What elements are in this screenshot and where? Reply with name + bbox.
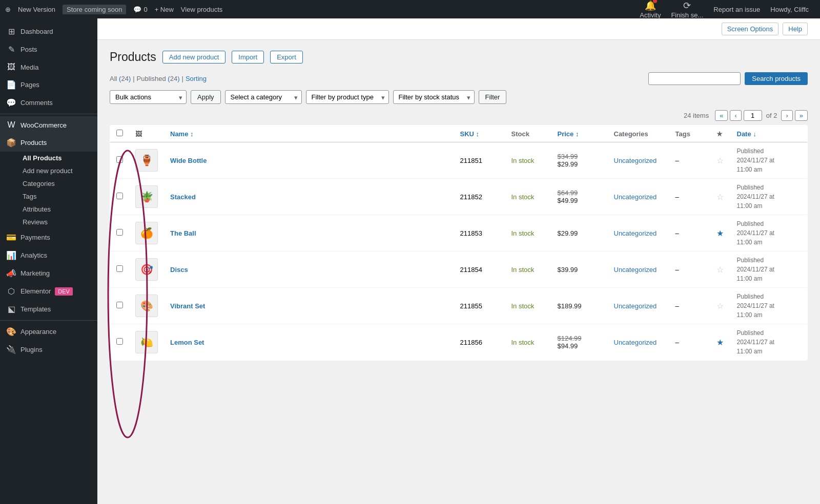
help-button[interactable]: Help [783,23,808,35]
product-name-link[interactable]: Discs [170,266,188,274]
add-new-product-button[interactable]: Add new product [162,51,226,64]
search-input[interactable] [648,72,741,85]
product-tags: – [675,193,679,201]
screen-options-button[interactable]: Screen Options [722,23,779,35]
sku-header[interactable]: SKU ↕ [454,125,505,142]
select-all-checkbox[interactable] [116,130,123,136]
sidebar-item-payments[interactable]: 💳 Payments [0,228,97,246]
next-page-button[interactable]: › [781,110,792,121]
product-image[interactable]: 🍋 [135,331,158,353]
star-filled-icon[interactable]: ★ [716,338,724,347]
table-row: 🍋 Lemon Set 211856 In stock $124.99$94.9… [110,324,808,361]
sidebar-item-comments[interactable]: 💬 Comments [0,94,97,112]
site-name-link[interactable]: New Version [18,6,55,13]
product-featured-cell[interactable]: ☆ [710,142,731,179]
sidebar-item-products[interactable]: 📦 Products [0,134,97,152]
report-issue-link[interactable]: Report an issue [713,6,760,13]
category-link[interactable]: Uncategorized [614,339,657,346]
category-link[interactable]: Uncategorized [614,266,657,274]
current-page-input[interactable] [744,110,762,121]
star-filled-icon[interactable]: ★ [716,229,724,238]
sidebar-sub-add-new[interactable]: Add new product [18,164,97,177]
product-image[interactable]: 🪴 [135,185,158,208]
row-checkbox[interactable] [116,156,123,163]
bulk-actions-wrap: Bulk actions [110,90,187,104]
finish-setup-button[interactable]: ⟳ Finish se... [671,0,703,19]
product-image[interactable]: 🍊 [135,222,158,244]
row-checkbox[interactable] [116,229,123,236]
sidebar-item-marketing[interactable]: 📣 Marketing [0,264,97,282]
row-checkbox[interactable] [116,302,123,308]
sidebar-analytics-label: Analytics [20,251,47,259]
all-status-link[interactable]: All (24) [110,75,131,82]
product-image[interactable]: 🎨 [135,295,158,317]
product-name-link[interactable]: Stacked [170,193,196,201]
search-row: Search products [648,72,808,85]
product-name-link[interactable]: Wide Bottle [170,157,207,164]
star-empty-icon[interactable]: ☆ [716,302,724,310]
product-featured-cell[interactable]: ★ [710,324,731,361]
product-featured-cell[interactable]: ☆ [710,179,731,215]
product-featured-cell[interactable]: ☆ [710,251,731,288]
category-select[interactable]: Select a category [225,90,302,104]
row-checkbox[interactable] [116,265,123,272]
product-price-cell: $39.99 [551,251,608,288]
star-empty-icon[interactable]: ☆ [716,156,724,165]
view-products-link[interactable]: View products [181,6,222,13]
row-checkbox[interactable] [116,193,123,199]
search-products-button[interactable]: Search products [745,72,808,85]
sidebar-item-appearance[interactable]: 🎨 Appearance [0,323,97,341]
sidebar-sub-all-products[interactable]: All Products [18,152,97,164]
star-empty-icon[interactable]: ☆ [716,193,724,201]
first-page-button[interactable]: « [715,110,728,121]
category-link[interactable]: Uncategorized [614,302,657,310]
product-featured-cell[interactable]: ★ [710,215,731,251]
bulk-actions-select[interactable]: Bulk actions [110,90,187,104]
published-status-link[interactable]: Published (24) [137,75,180,82]
comment-icon[interactable]: 💬 0 [133,6,147,13]
sidebar-item-dashboard[interactable]: ⊞ Dashboard [0,23,97,40]
filter-button[interactable]: Filter [479,90,507,104]
row-checkbox[interactable] [116,338,123,345]
export-button[interactable]: Export [270,51,303,64]
sidebar-item-analytics[interactable]: 📊 Analytics [0,246,97,264]
sidebar-item-templates[interactable]: ⬕ Templates [0,300,97,318]
sidebar-sub-tags[interactable]: Tags [18,190,97,203]
stock-status-select[interactable]: Filter by stock status [393,90,475,104]
wp-logo-icon[interactable]: ⊕ [5,6,11,13]
product-category-cell: Uncategorized [608,179,669,215]
product-image-cell: 🪴 [129,179,164,215]
categories-header: Categories [608,125,669,142]
sidebar-item-pages[interactable]: 📄 Pages [0,76,97,94]
last-page-button[interactable]: » [795,110,808,121]
product-name-link[interactable]: Lemon Set [170,339,204,346]
category-link[interactable]: Uncategorized [614,193,657,201]
star-empty-icon[interactable]: ☆ [716,265,724,274]
sorting-link[interactable]: Sorting [186,75,207,82]
posts-icon: ✎ [6,45,16,54]
category-link[interactable]: Uncategorized [614,157,657,164]
sidebar-item-media[interactable]: 🖼 Media [0,58,97,76]
sidebar-item-plugins[interactable]: 🔌 Plugins [0,341,97,359]
sidebar-item-elementor[interactable]: ⬡ Elementor DEV [0,282,97,300]
sidebar-sub-reviews[interactable]: Reviews [18,216,97,228]
apply-button[interactable]: Apply [191,90,221,104]
price-header[interactable]: Price ↕ [551,125,608,142]
import-button[interactable]: Import [232,51,264,64]
new-link[interactable]: + New [155,6,174,13]
prev-page-button[interactable]: ‹ [730,110,741,121]
name-header[interactable]: Name ↕ [164,125,454,142]
product-image[interactable]: 🏺 [135,149,158,172]
sidebar-sub-categories[interactable]: Categories [18,177,97,190]
product-image[interactable]: 🎯 [135,258,158,281]
product-name-link[interactable]: The Ball [170,229,196,237]
activity-button[interactable]: 🔔 Activity [640,0,661,19]
product-type-select[interactable]: Filter by product type [306,90,389,104]
date-header[interactable]: Date ↓ [731,125,808,142]
sidebar-sub-attributes[interactable]: Attributes [18,203,97,216]
sidebar-item-woocommerce[interactable]: W WooCommerce [0,116,97,134]
product-name-link[interactable]: Vibrant Set [170,302,205,310]
category-link[interactable]: Uncategorized [614,229,657,237]
product-featured-cell[interactable]: ☆ [710,288,731,324]
sidebar-item-posts[interactable]: ✎ Posts [0,40,97,58]
